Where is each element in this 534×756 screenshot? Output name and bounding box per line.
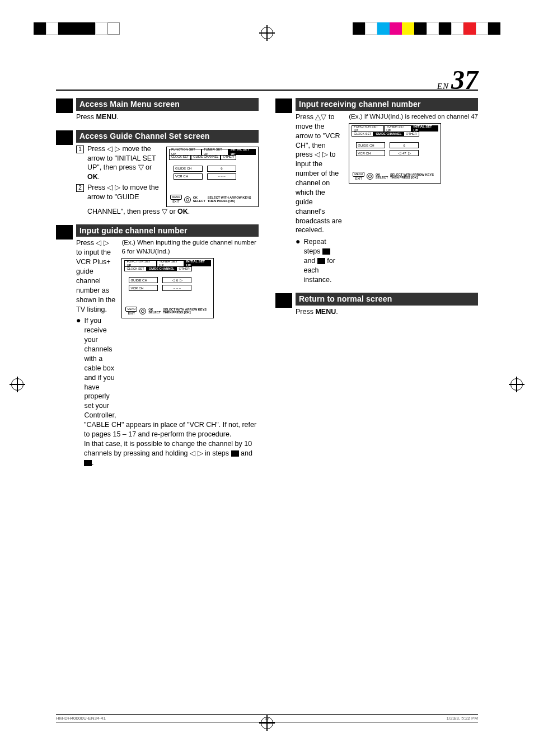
osd-tab: TUNER SET UP bbox=[202, 149, 228, 155]
step-1-body: Press MENU. bbox=[76, 112, 259, 122]
register-mark-right bbox=[510, 378, 523, 391]
register-mark-top bbox=[261, 27, 273, 39]
right-column: Input receiving channel number Press △▽ … bbox=[275, 98, 478, 475]
step-1-marker bbox=[56, 98, 73, 113]
osd-menu-btn: MENU bbox=[170, 195, 182, 200]
step-3-bullet: ● If you receive your channels with a ca… bbox=[76, 316, 116, 420]
osd-menu-btn: MENU bbox=[125, 307, 137, 312]
osd-tab: FUNCTION SET UP bbox=[169, 149, 202, 155]
osd-tab-active: INITIAL SET UP bbox=[184, 260, 212, 266]
osd-vcr-val: ◁47▷ bbox=[390, 150, 419, 156]
osd-exit: EXIT bbox=[355, 177, 362, 181]
register-mark-left bbox=[11, 378, 24, 391]
osd-step4: FUNCTION SET UP TUNER SET UP INITIAL SET… bbox=[349, 123, 441, 184]
step-4-bullet: ● Repeat steps and for each instance. bbox=[296, 237, 343, 284]
osd-subtab: OTHER bbox=[176, 266, 191, 271]
step-2-sub2: 2 Press ◁ ▷ to move the arrow to "GUIDE bbox=[76, 183, 161, 202]
step-3: Input guide channel number Press ◁ ▷ to … bbox=[56, 224, 259, 468]
osd-ok-select: OKSELECT bbox=[376, 173, 388, 180]
step-4-example: (Ex.) If WNJU(Ind.) is received on chann… bbox=[349, 112, 478, 121]
osd-subtab: CLOCK SET bbox=[352, 132, 373, 137]
footer: HM-DH40000U-EN34-41 37 1/23/3, 5:22 PM bbox=[56, 714, 478, 722]
osd-guide-val: 6 bbox=[207, 166, 236, 172]
step-3-head: Input guide channel number bbox=[76, 224, 259, 237]
osd-tab-active: INITIAL SET UP bbox=[228, 149, 256, 155]
osd-vcr-label: VCR CH bbox=[129, 285, 158, 291]
osd-vcr-label: VCR CH bbox=[356, 150, 385, 156]
osd-ok-select: OKSELECT bbox=[148, 308, 161, 314]
osd-vcr-label: VCR CH bbox=[174, 173, 203, 180]
osd-tab: FUNCTION SET UP bbox=[352, 125, 384, 132]
osd-ring-icon bbox=[367, 173, 373, 180]
osd-subtab: CLOCK SET bbox=[169, 155, 191, 160]
step-4: Input receiving channel number Press △▽ … bbox=[275, 98, 478, 285]
footer-center: 37 bbox=[265, 716, 270, 721]
step-3-bullet-cont: "CABLE CH" appears in place of "VCR CH".… bbox=[76, 420, 259, 439]
step-3-body2: In that case, it is possible to change t… bbox=[76, 439, 259, 468]
step-3-body1: Press ◁ ▷ to input the VCR Plus+ guide c… bbox=[76, 238, 116, 314]
osd-tab-active: INITIAL SET UP bbox=[411, 125, 439, 132]
osd-step2: FUNCTION SET UP TUNER SET UP INITIAL SET… bbox=[166, 147, 259, 207]
footer-left: HM-DH40000U-EN34-41 bbox=[56, 716, 106, 721]
osd-help: SELECT WITH ARROW KEYSTHEN PRESS [OK] bbox=[208, 196, 251, 203]
osd-exit: EXIT bbox=[172, 200, 179, 204]
step-2-sub1: 1 Press ◁ ▷ move the arrow to "INITIAL S… bbox=[76, 144, 161, 182]
substep-number-1: 1 bbox=[76, 145, 84, 153]
step-5-marker bbox=[275, 293, 292, 308]
osd-exit: EXIT bbox=[128, 312, 135, 316]
step-4-marker bbox=[275, 98, 292, 113]
osd-subtab: OTHER bbox=[221, 155, 236, 160]
osd-guide-label: GUIDE CH bbox=[174, 166, 203, 172]
osd-ring-icon bbox=[184, 196, 191, 203]
osd-subtab: CLOCK SET bbox=[124, 266, 146, 271]
top-rule bbox=[56, 90, 478, 91]
osd-step3: FUNCTION SET UP TUNER SET UP INITIAL SET… bbox=[121, 258, 214, 318]
osd-tab: FUNCTION SET UP bbox=[124, 260, 157, 266]
osd-guide-label: GUIDE CH bbox=[129, 277, 158, 283]
osd-guide-label: GUIDE CH bbox=[356, 142, 385, 148]
step-1: Access Main Menu screen Press MENU. bbox=[56, 98, 259, 122]
osd-subtab-active: GUIDE CHANNEL bbox=[147, 266, 177, 271]
step-5-head: Return to normal screen bbox=[296, 293, 478, 306]
step-3-marker bbox=[56, 225, 73, 240]
step-5-body: Press MENU. bbox=[296, 307, 478, 317]
step-2: Access Guide Channel Set screen 1 Press … bbox=[56, 130, 259, 217]
osd-help: SELECT WITH ARROW KEYSTHEN PRESS [OK] bbox=[163, 308, 207, 314]
osd-tab: TUNER SET UP bbox=[157, 260, 184, 266]
step-1-head: Access Main Menu screen bbox=[76, 98, 259, 111]
osd-ok-select: OKSELECT bbox=[193, 196, 205, 203]
osd-guide-val: 6 bbox=[390, 142, 419, 148]
osd-subtab-active: GUIDE CHANNEL bbox=[373, 132, 404, 137]
osd-vcr-val: – – – bbox=[207, 173, 236, 180]
footer-right: 1/23/3, 5:22 PM bbox=[447, 716, 478, 721]
osd-subtab: GUIDE CHANNEL bbox=[191, 155, 221, 160]
step-5: Return to normal screen Press MENU. bbox=[275, 293, 478, 317]
step-2-sub2-cont: CHANNEL", then press ▽ or OK. bbox=[76, 207, 259, 217]
osd-menu-btn: MENU bbox=[353, 172, 364, 177]
step-3-example: (Ex.) When inputting the guide channel n… bbox=[121, 238, 259, 256]
step-4-body: Press △▽ to move the arrow to "VCR CH", … bbox=[296, 112, 343, 235]
osd-tab: TUNER SET UP bbox=[384, 125, 411, 132]
osd-vcr-val: – – – bbox=[162, 285, 191, 291]
osd-guide-val: ◁6▷ bbox=[162, 277, 191, 283]
left-column: Access Main Menu screen Press MENU. Acce… bbox=[56, 98, 259, 475]
step-4-head: Input receiving channel number bbox=[296, 98, 478, 111]
step-2-marker bbox=[56, 130, 73, 145]
step-2-head: Access Guide Channel Set screen bbox=[76, 130, 259, 143]
osd-help: SELECT WITH ARROW KEYSTHEN PRESS [OK] bbox=[390, 173, 434, 180]
osd-subtab: OTHER bbox=[404, 132, 419, 137]
osd-ring-icon bbox=[139, 308, 146, 314]
content: Access Main Menu screen Press MENU. Acce… bbox=[56, 98, 478, 475]
substep-number-2: 2 bbox=[76, 184, 84, 192]
